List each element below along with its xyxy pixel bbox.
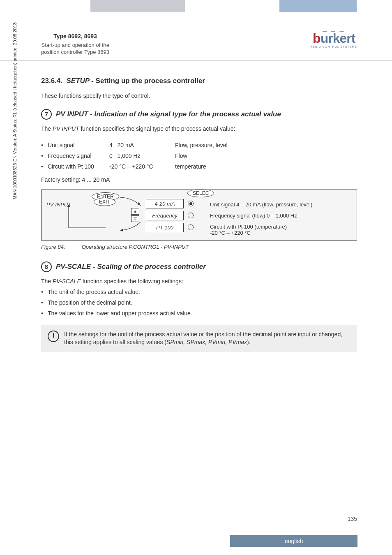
pv-input-label: PV-INPUT bbox=[46, 201, 129, 208]
section-title-rest: Setting up the process controller bbox=[94, 77, 205, 85]
section-title-ital: SETUP - bbox=[66, 77, 93, 85]
option-row: 4-20 mA bbox=[146, 199, 208, 208]
step7-lead-pre: The bbox=[41, 125, 53, 132]
radio-icon bbox=[188, 213, 194, 218]
step8-number: 8 bbox=[41, 261, 52, 272]
step7-lead-post: function specifies the signal type of th… bbox=[79, 125, 235, 132]
select-button: SELEC bbox=[187, 189, 214, 197]
step7-lead-ital: PV INPUT bbox=[53, 125, 79, 132]
section-intro: These functions specify the type of cont… bbox=[41, 92, 357, 99]
factory-setting: Factory setting: 4 ... 20 mA bbox=[41, 176, 357, 183]
section-number: 23.6.4. bbox=[41, 77, 62, 85]
step8-lead-post: function specifies the following setting… bbox=[81, 278, 183, 284]
step8-heading: 8 PV-SCALE - Scaling of the process cont… bbox=[41, 261, 357, 272]
brand-rest: urkert bbox=[321, 31, 355, 46]
step8-lead-pre: The bbox=[41, 278, 53, 284]
notice-post: ). bbox=[247, 339, 251, 345]
fig84-num: Figure 84: bbox=[41, 244, 80, 250]
signal-row: • Circuit with Pt 100 -20 °C – +220 °C t… bbox=[41, 163, 357, 170]
caution-icon: ! bbox=[48, 331, 59, 342]
top-bar bbox=[0, 0, 392, 12]
row1-c2a: 0 bbox=[109, 153, 113, 159]
header-sub2: position controller Type 8693 bbox=[41, 49, 109, 56]
opt1-label: Frequency bbox=[146, 211, 184, 220]
gray-header-block bbox=[90, 0, 185, 12]
row0-c3: Flow, pressure, level bbox=[175, 142, 357, 148]
step8-lead-ital: PV-SCALE bbox=[53, 278, 81, 284]
row1-c1: Frequency signal bbox=[48, 153, 109, 159]
figure-84-caption: Figure 84: Operating structure P.CONTROL… bbox=[41, 244, 357, 250]
option-row: PT 100 bbox=[146, 223, 208, 232]
side-meta-text: MAN 1000108626 EN Version: A Status: RL … bbox=[12, 22, 17, 199]
language-bar: english bbox=[230, 535, 357, 547]
step8-item0: The unit of the process actual value. bbox=[48, 289, 140, 295]
step7-number: 7 bbox=[41, 109, 52, 120]
step8-item2: The values for the lower and upper proce… bbox=[48, 310, 192, 317]
signal-row: • Frequency signal 0 1,000 Hz Flow bbox=[41, 153, 357, 159]
notice-box: ! If the settings for the unit of the pr… bbox=[41, 325, 357, 352]
brand-tagline: FLUID CONTROL SYSTEMS bbox=[311, 45, 357, 48]
fig84-text: Operating structure P.CONTROL - PV-INPUT bbox=[82, 244, 189, 250]
radio-icon bbox=[188, 224, 194, 230]
row2-c1: Circuit with Pt 100 bbox=[48, 163, 109, 170]
opt2-desc: Circuit with Pt 100 (temperature) -20 °C… bbox=[210, 224, 352, 236]
opt0-desc: Unit signal 4 – 20 mA (flow, pressure, l… bbox=[210, 201, 352, 208]
radio-selected-icon bbox=[188, 201, 194, 206]
row2-c3: temperature bbox=[175, 163, 357, 170]
type-line: Type 8692, 8693 bbox=[41, 33, 109, 39]
option-row: Frequency bbox=[146, 211, 208, 220]
signal-row: • Unit signal 4 20 mA Flow, pressure, le… bbox=[41, 142, 357, 148]
opt0-label: 4-20 mA bbox=[146, 199, 184, 208]
exit-button: EXIT bbox=[94, 198, 115, 206]
page-number: 135 bbox=[348, 516, 357, 522]
description-column: Unit signal 4 – 20 mA (flow, pressure, l… bbox=[210, 194, 352, 236]
opt2-label: PT 100 bbox=[146, 223, 184, 232]
main-content: 23.6.4. SETUP - Setting up the process c… bbox=[0, 60, 392, 352]
notice-ital: SPmin, SPmax, PVmin, PVmax bbox=[166, 339, 247, 345]
step8-item1: The position of the decimal point. bbox=[48, 299, 132, 306]
step8-title: PV-SCALE - Scaling of the process contro… bbox=[56, 263, 206, 271]
brand-logo: — — — burkert FLUID CONTROL SYSTEMS bbox=[311, 29, 357, 48]
section-heading: 23.6.4. SETUP - Setting up the process c… bbox=[41, 77, 357, 85]
step7-title: PV INPUT - Indication of the signal type… bbox=[56, 110, 281, 118]
brand-first-letter: b bbox=[313, 31, 321, 46]
row1-c2b: 1,000 Hz bbox=[117, 153, 140, 159]
page-header: Type 8692, 8693 Start-up and operation o… bbox=[0, 12, 392, 60]
step7-heading: 7 PV INPUT - Indication of the signal ty… bbox=[41, 109, 357, 120]
header-sub1: Start-up and operation of the bbox=[41, 42, 109, 49]
options-column: SELEC 4-20 mA Frequency PT 100 bbox=[146, 199, 208, 232]
row1-c3: Flow bbox=[175, 153, 357, 159]
step8-list: •The unit of the process actual value. •… bbox=[41, 289, 357, 317]
blue-header-block bbox=[279, 0, 357, 12]
diagram-left: ENTER PV-INPUT EXIT bbox=[46, 194, 129, 208]
row0-c2b: 20 mA bbox=[117, 142, 134, 148]
step7-lead: The PV INPUT function specifies the sign… bbox=[41, 125, 357, 132]
notice-text: If the settings for the unit of the proc… bbox=[64, 331, 350, 347]
step8-lead: The PV-SCALE function specifies the foll… bbox=[41, 278, 357, 284]
row0-c2a: 4 bbox=[109, 142, 113, 148]
opt1-desc: Frequency signal (flow) 0 – 1,000 Hz bbox=[210, 213, 352, 219]
row2-c2b: -20 °C – +220 °C bbox=[109, 163, 153, 170]
pv-input-diagram: ENTER PV-INPUT EXIT ▲ ▽ SELEC 4-20 mA Fr… bbox=[41, 190, 357, 240]
row0-c1: Unit signal bbox=[48, 142, 109, 148]
